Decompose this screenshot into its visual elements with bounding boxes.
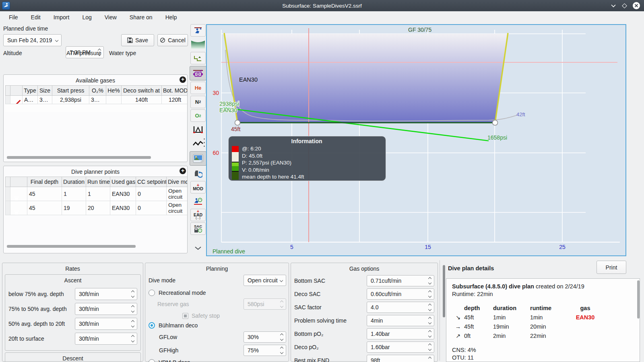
points-col-setpoint[interactable]: CC setpoint bbox=[136, 177, 167, 187]
spin-down-icon[interactable] bbox=[131, 309, 134, 313]
bottom-sac-spinbox[interactable]: 0.71cuft/min bbox=[367, 275, 434, 286]
best-mix-end-spinbox[interactable]: 98ft bbox=[367, 355, 434, 362]
menu-import[interactable]: Import bbox=[49, 12, 74, 22]
point-depth-cell[interactable]: 45 bbox=[27, 187, 62, 201]
points-col-runtime[interactable]: Run time bbox=[86, 177, 110, 187]
spin-down-icon[interactable] bbox=[131, 339, 134, 342]
menu-view[interactable]: View bbox=[100, 12, 122, 22]
point-setpoint-cell[interactable]: 0 bbox=[136, 187, 167, 201]
profile-point-handle[interactable] bbox=[235, 120, 240, 125]
spin-down-icon[interactable] bbox=[428, 334, 431, 337]
details-panel-vscrollbar[interactable] bbox=[443, 265, 445, 317]
picture-toggle-button[interactable] bbox=[190, 151, 206, 166]
spin-down-icon[interactable] bbox=[428, 294, 431, 298]
spin-down-icon[interactable] bbox=[428, 348, 431, 351]
save-button[interactable]: Save bbox=[121, 34, 154, 46]
gas-startpress-cell[interactable]: 2,938psi bbox=[52, 96, 89, 104]
spin-up-icon[interactable] bbox=[428, 357, 431, 360]
deco-time-button[interactable] bbox=[190, 195, 206, 207]
gases-col-startpress[interactable]: Start press bbox=[52, 86, 89, 96]
point-mode-cell[interactable]: Open circuit bbox=[167, 201, 188, 215]
gas-row[interactable]: A… 3… 2,938psi 3… 140ft 120ft 98ft bbox=[6, 96, 188, 104]
spin-up-icon[interactable] bbox=[280, 333, 283, 337]
gases-col-size[interactable]: Size bbox=[38, 86, 52, 96]
spin-up-icon[interactable] bbox=[428, 290, 431, 294]
plan-text-vscrollbar[interactable] bbox=[637, 280, 640, 319]
gases-col-type[interactable]: Type bbox=[23, 86, 38, 96]
calculated-ceiling-button[interactable] bbox=[190, 52, 206, 64]
points-col-mode[interactable]: Dive mode bbox=[167, 177, 188, 187]
profile-info-tooltip[interactable]: Information @: 6:20 D: 45.0ft P: 2,557ps… bbox=[228, 136, 386, 181]
gflow-spinbox[interactable]: 30% bbox=[244, 331, 286, 343]
bottom-po2-spinbox[interactable]: 1.40bar bbox=[367, 328, 434, 339]
mod-toggle-button[interactable]: + MOD bbox=[190, 181, 206, 193]
ead-toggle-button[interactable]: + EAD (...) bbox=[190, 209, 206, 221]
spin-down-icon[interactable] bbox=[131, 324, 134, 327]
minimize-icon[interactable] bbox=[611, 4, 616, 8]
gas-mod-cell[interactable]: 120ft bbox=[162, 96, 188, 104]
dive-plan-text[interactable]: Subsurface (4.8.5.0) dive plan created o… bbox=[446, 278, 640, 362]
gases-col-o2[interactable]: O₂% bbox=[89, 86, 106, 96]
add-point-button[interactable]: + bbox=[180, 168, 186, 174]
menu-edit[interactable]: Edit bbox=[26, 12, 45, 22]
dive-date-combo[interactable]: Sun Feb 24, 2019 bbox=[3, 34, 62, 46]
point-duration-cell[interactable]: 1 bbox=[62, 187, 86, 201]
spin-up-icon[interactable] bbox=[428, 277, 431, 280]
dc-reported-ceiling-button[interactable] bbox=[190, 66, 206, 80]
point-gas-cell[interactable]: EAN30 bbox=[110, 187, 136, 201]
spin-up-icon[interactable] bbox=[428, 304, 431, 307]
spin-down-icon[interactable] bbox=[428, 321, 431, 324]
menu-share-on[interactable]: Share on bbox=[125, 12, 157, 22]
points-hscrollbar[interactable] bbox=[7, 245, 136, 248]
point-depth-cell[interactable]: 45 bbox=[27, 201, 62, 215]
add-gas-button[interactable]: + bbox=[180, 76, 186, 83]
dive-profile-chart[interactable]: GF 30/75 EAN30 2938psi EAN30 1658psi 45f… bbox=[206, 24, 626, 256]
pheo-toggle-button[interactable]: He bbox=[190, 82, 206, 94]
spin-up-icon[interactable] bbox=[428, 317, 431, 320]
heartrate-toggle-button[interactable] bbox=[190, 137, 206, 150]
spin-down-icon[interactable] bbox=[131, 294, 134, 298]
points-col-duration[interactable]: Duration bbox=[62, 177, 86, 187]
tissue-heatmap-button[interactable] bbox=[190, 123, 206, 136]
spin-up-icon[interactable] bbox=[280, 347, 283, 350]
gases-col-deco-switch[interactable]: Deco switch at bbox=[122, 86, 162, 96]
point-duration-cell[interactable]: 19 bbox=[62, 201, 86, 215]
profile-point-handle[interactable] bbox=[493, 120, 498, 125]
dive-mode-combo[interactable]: Open circuit bbox=[244, 275, 286, 286]
point-runtime-cell[interactable]: 1 bbox=[86, 187, 110, 201]
spin-up-icon[interactable] bbox=[131, 335, 134, 338]
print-button[interactable]: Print bbox=[597, 261, 626, 274]
maximize-icon[interactable] bbox=[622, 3, 627, 8]
menu-log[interactable]: Log bbox=[77, 12, 96, 22]
gas-he-cell[interactable] bbox=[106, 96, 122, 104]
cancel-button[interactable]: Cancel bbox=[157, 34, 188, 46]
rate-below75-spinbox[interactable]: 30ft/min bbox=[75, 288, 137, 300]
point-row[interactable]: 45 1 1 EAN30 0 Open circuit bbox=[6, 187, 188, 201]
deco-po2-spinbox[interactable]: 1.60bar bbox=[367, 341, 434, 353]
recreational-mode-radio[interactable] bbox=[149, 290, 155, 296]
gas-size-cell[interactable]: 3… bbox=[38, 96, 52, 104]
gas-switch-cell[interactable]: 140ft bbox=[122, 96, 162, 104]
po2-toggle-button[interactable]: O2 bbox=[190, 109, 206, 122]
spin-down-icon[interactable] bbox=[280, 337, 283, 341]
gases-col-he[interactable]: He% bbox=[106, 86, 122, 96]
points-col-gas[interactable]: Used gas bbox=[110, 177, 136, 187]
profile-gradient-button[interactable] bbox=[190, 38, 206, 51]
spin-up-icon[interactable] bbox=[131, 320, 134, 323]
deco-sac-spinbox[interactable]: 0.60cuft/min bbox=[367, 288, 434, 300]
sac-toggle-button[interactable]: SAC bbox=[190, 222, 206, 235]
points-col-depth[interactable]: Final depth bbox=[27, 177, 62, 187]
rate-75to50-spinbox[interactable]: 30ft/min bbox=[75, 303, 137, 315]
dive-planner-tool-button[interactable] bbox=[190, 24, 206, 37]
point-mode-cell[interactable]: Open circuit bbox=[167, 187, 188, 201]
spin-up-icon[interactable] bbox=[428, 330, 431, 333]
point-setpoint-cell[interactable]: 0 bbox=[136, 201, 167, 215]
gfhigh-spinbox[interactable]: 75% bbox=[244, 345, 286, 356]
point-runtime-cell[interactable]: 20 bbox=[86, 201, 110, 215]
gases-col-bot-mod[interactable]: Bot. MOD bbox=[162, 86, 188, 96]
menu-file[interactable]: File bbox=[4, 12, 23, 22]
rate-50to20ft-spinbox[interactable]: 30ft/min bbox=[75, 318, 137, 330]
gases-hscrollbar[interactable] bbox=[7, 156, 151, 159]
buhlmann-deco-radio[interactable] bbox=[149, 322, 155, 329]
point-row[interactable]: 45 19 20 EAN30 0 Open circuit bbox=[6, 201, 188, 215]
